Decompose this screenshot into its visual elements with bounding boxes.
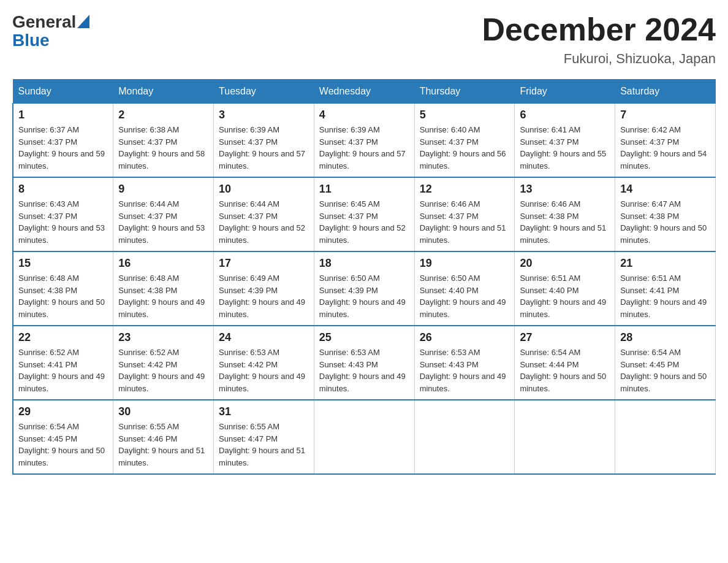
svg-marker-0 <box>77 15 89 28</box>
day-info: Sunrise: 6:52 AMSunset: 4:41 PMDaylight:… <box>18 347 108 394</box>
day-cell: 13 Sunrise: 6:46 AMSunset: 4:38 PMDaylig… <box>515 177 615 251</box>
day-info: Sunrise: 6:50 AMSunset: 4:40 PMDaylight:… <box>420 272 510 320</box>
day-number: 27 <box>520 331 610 344</box>
day-cell: 28 Sunrise: 6:54 AMSunset: 4:45 PMDaylig… <box>615 326 716 400</box>
week-row-5: 29 Sunrise: 6:54 AMSunset: 4:45 PMDaylig… <box>13 400 716 474</box>
day-info: Sunrise: 6:44 AMSunset: 4:37 PMDaylight:… <box>118 198 208 246</box>
day-cell: 12 Sunrise: 6:46 AMSunset: 4:37 PMDaylig… <box>414 177 515 251</box>
day-info: Sunrise: 6:37 AMSunset: 4:37 PMDaylight:… <box>18 124 108 172</box>
day-info: Sunrise: 6:44 AMSunset: 4:37 PMDaylight:… <box>219 198 309 246</box>
column-header-saturday: Saturday <box>615 80 716 104</box>
day-number: 18 <box>319 257 409 270</box>
day-info: Sunrise: 6:53 AMSunset: 4:43 PMDaylight:… <box>319 347 409 394</box>
day-info: Sunrise: 6:53 AMSunset: 4:43 PMDaylight:… <box>420 347 510 394</box>
day-info: Sunrise: 6:51 AMSunset: 4:40 PMDaylight:… <box>520 272 610 320</box>
day-cell: 9 Sunrise: 6:44 AMSunset: 4:37 PMDayligh… <box>113 177 214 251</box>
day-number: 12 <box>420 183 510 196</box>
day-info: Sunrise: 6:47 AMSunset: 4:38 PMDaylight:… <box>620 198 710 246</box>
day-cell: 31 Sunrise: 6:55 AMSunset: 4:47 PMDaylig… <box>214 400 314 474</box>
day-number: 6 <box>520 109 610 121</box>
day-info: Sunrise: 6:50 AMSunset: 4:39 PMDaylight:… <box>319 272 409 320</box>
day-info: Sunrise: 6:55 AMSunset: 4:46 PMDaylight:… <box>118 421 208 469</box>
day-cell <box>615 400 716 474</box>
day-cell: 10 Sunrise: 6:44 AMSunset: 4:37 PMDaylig… <box>214 177 314 251</box>
day-cell: 5 Sunrise: 6:40 AMSunset: 4:37 PMDayligh… <box>414 104 515 178</box>
day-cell: 23 Sunrise: 6:52 AMSunset: 4:42 PMDaylig… <box>113 326 214 400</box>
logo-general-text: General <box>12 12 76 32</box>
day-number: 22 <box>18 331 108 344</box>
day-cell: 29 Sunrise: 6:54 AMSunset: 4:45 PMDaylig… <box>13 400 113 474</box>
day-cell: 20 Sunrise: 6:51 AMSunset: 4:40 PMDaylig… <box>515 251 615 326</box>
calendar-title: December 2024 <box>482 12 716 47</box>
day-info: Sunrise: 6:42 AMSunset: 4:37 PMDaylight:… <box>620 124 710 172</box>
day-number: 2 <box>118 109 208 121</box>
day-number: 10 <box>219 183 309 196</box>
day-info: Sunrise: 6:51 AMSunset: 4:41 PMDaylight:… <box>620 272 710 320</box>
day-cell: 25 Sunrise: 6:53 AMSunset: 4:43 PMDaylig… <box>314 326 414 400</box>
day-info: Sunrise: 6:49 AMSunset: 4:39 PMDaylight:… <box>219 272 309 320</box>
day-info: Sunrise: 6:43 AMSunset: 4:37 PMDaylight:… <box>18 198 108 246</box>
day-number: 4 <box>319 109 409 121</box>
day-number: 17 <box>219 257 309 270</box>
calendar-subtitle: Fukuroi, Shizuoka, Japan <box>482 51 716 67</box>
day-number: 26 <box>420 331 510 344</box>
day-cell: 18 Sunrise: 6:50 AMSunset: 4:39 PMDaylig… <box>314 251 414 326</box>
day-cell: 14 Sunrise: 6:47 AMSunset: 4:38 PMDaylig… <box>615 177 716 251</box>
day-number: 7 <box>620 109 710 121</box>
day-number: 14 <box>620 183 710 196</box>
day-cell: 7 Sunrise: 6:42 AMSunset: 4:37 PMDayligh… <box>615 104 716 178</box>
day-info: Sunrise: 6:48 AMSunset: 4:38 PMDaylight:… <box>18 272 108 320</box>
day-number: 25 <box>319 331 409 344</box>
day-cell: 1 Sunrise: 6:37 AMSunset: 4:37 PMDayligh… <box>13 104 113 178</box>
logo-blue-text: Blue <box>12 32 89 49</box>
day-cell: 26 Sunrise: 6:53 AMSunset: 4:43 PMDaylig… <box>414 326 515 400</box>
day-info: Sunrise: 6:41 AMSunset: 4:37 PMDaylight:… <box>520 124 610 172</box>
day-cell: 6 Sunrise: 6:41 AMSunset: 4:37 PMDayligh… <box>515 104 615 178</box>
day-cell: 15 Sunrise: 6:48 AMSunset: 4:38 PMDaylig… <box>13 251 113 326</box>
day-info: Sunrise: 6:46 AMSunset: 4:38 PMDaylight:… <box>520 198 610 246</box>
day-number: 1 <box>18 109 108 121</box>
day-number: 9 <box>118 183 208 196</box>
day-number: 28 <box>620 331 710 344</box>
day-info: Sunrise: 6:48 AMSunset: 4:38 PMDaylight:… <box>118 272 208 320</box>
day-info: Sunrise: 6:54 AMSunset: 4:44 PMDaylight:… <box>520 347 610 394</box>
week-row-3: 15 Sunrise: 6:48 AMSunset: 4:38 PMDaylig… <box>13 251 716 326</box>
day-cell: 3 Sunrise: 6:39 AMSunset: 4:37 PMDayligh… <box>214 104 314 178</box>
day-info: Sunrise: 6:39 AMSunset: 4:37 PMDaylight:… <box>319 124 409 172</box>
day-info: Sunrise: 6:54 AMSunset: 4:45 PMDaylight:… <box>620 347 710 394</box>
column-header-tuesday: Tuesday <box>214 80 314 104</box>
calendar-header-row: SundayMondayTuesdayWednesdayThursdayFrid… <box>13 80 716 104</box>
day-number: 23 <box>118 331 208 344</box>
column-header-monday: Monday <box>113 80 214 104</box>
day-cell: 2 Sunrise: 6:38 AMSunset: 4:37 PMDayligh… <box>113 104 214 178</box>
day-info: Sunrise: 6:39 AMSunset: 4:37 PMDaylight:… <box>219 124 309 172</box>
day-number: 29 <box>18 405 108 418</box>
day-number: 11 <box>319 183 409 196</box>
title-block: December 2024 Fukuroi, Shizuoka, Japan <box>482 12 716 67</box>
day-number: 21 <box>620 257 710 270</box>
day-info: Sunrise: 6:54 AMSunset: 4:45 PMDaylight:… <box>18 421 108 469</box>
day-number: 19 <box>420 257 510 270</box>
column-header-wednesday: Wednesday <box>314 80 414 104</box>
day-number: 16 <box>118 257 208 270</box>
day-cell <box>314 400 414 474</box>
day-number: 24 <box>219 331 309 344</box>
day-info: Sunrise: 6:38 AMSunset: 4:37 PMDaylight:… <box>118 124 208 172</box>
calendar-table: SundayMondayTuesdayWednesdayThursdayFrid… <box>12 79 716 475</box>
day-info: Sunrise: 6:52 AMSunset: 4:42 PMDaylight:… <box>118 347 208 394</box>
day-cell: 22 Sunrise: 6:52 AMSunset: 4:41 PMDaylig… <box>13 326 113 400</box>
day-number: 13 <box>520 183 610 196</box>
day-number: 5 <box>420 109 510 121</box>
day-number: 20 <box>520 257 610 270</box>
day-cell: 8 Sunrise: 6:43 AMSunset: 4:37 PMDayligh… <box>13 177 113 251</box>
week-row-1: 1 Sunrise: 6:37 AMSunset: 4:37 PMDayligh… <box>13 104 716 178</box>
day-info: Sunrise: 6:45 AMSunset: 4:37 PMDaylight:… <box>319 198 409 246</box>
day-cell <box>414 400 515 474</box>
page-header: General Blue December 2024 Fukuroi, Shiz… <box>12 12 716 67</box>
day-cell: 16 Sunrise: 6:48 AMSunset: 4:38 PMDaylig… <box>113 251 214 326</box>
day-cell: 30 Sunrise: 6:55 AMSunset: 4:46 PMDaylig… <box>113 400 214 474</box>
day-cell: 4 Sunrise: 6:39 AMSunset: 4:37 PMDayligh… <box>314 104 414 178</box>
day-number: 8 <box>18 183 108 196</box>
logo: General Blue <box>12 12 89 49</box>
week-row-4: 22 Sunrise: 6:52 AMSunset: 4:41 PMDaylig… <box>13 326 716 400</box>
